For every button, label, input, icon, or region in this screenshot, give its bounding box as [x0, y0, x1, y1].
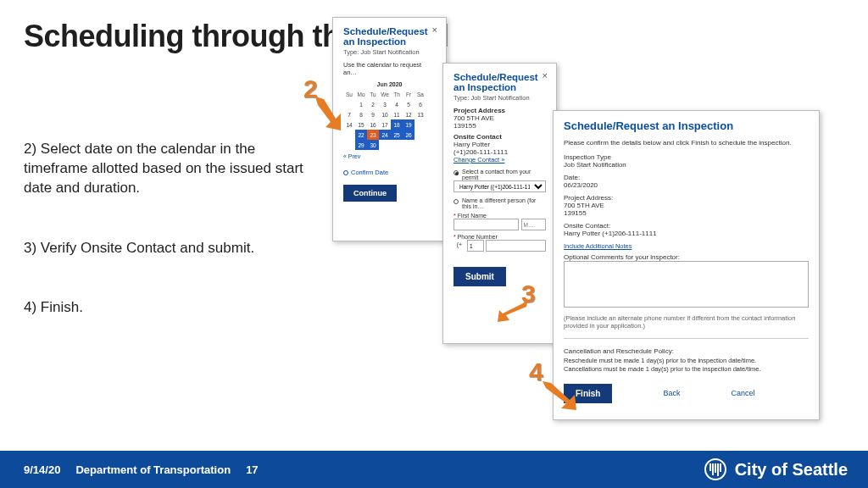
country-code-prefix: (+ — [453, 240, 465, 252]
date-label: Date: — [564, 174, 809, 181]
first-name-input[interactable] — [453, 219, 519, 230]
step-2-text: 2) Select date on the calendar in the ti… — [24, 140, 303, 198]
footer-brand: City of Seattle — [704, 458, 848, 480]
radio-icon — [343, 170, 348, 175]
calendar[interactable]: Jun 2020 SuMoTuWeThFrSa 123456 789101112… — [343, 81, 436, 150]
onsite-contact-label: Onsite Contact — [453, 133, 546, 141]
comments-textarea[interactable] — [564, 261, 809, 308]
modal-confirm: Schedule/Request an Inspection Please co… — [553, 110, 820, 420]
date-value: 06/23/2020 — [564, 181, 809, 189]
contact-select[interactable]: Harry Potter ((+1)206-111-1111) — [453, 180, 546, 192]
name-different-option[interactable]: Name a different person (for this in… — [453, 197, 546, 209]
svg-marker-0 — [315, 97, 341, 130]
address-line2: 139155 — [453, 122, 546, 130]
first-name-label: First Name — [453, 213, 546, 219]
country-code-input[interactable] — [467, 240, 484, 252]
footer-page: 17 — [246, 463, 258, 476]
cancel-link[interactable]: Cancel — [731, 389, 754, 397]
policy-cancel: Cancellations must be made 1 day(s) prio… — [564, 365, 809, 374]
seattle-seal-icon — [704, 458, 726, 480]
step-4-text: 4) Finish. — [24, 298, 303, 318]
calendar-instruction: Use the calendar to request an… — [343, 61, 436, 76]
brand-text: City of Seattle — [735, 460, 848, 480]
confirm-date-option[interactable]: Confirm Date — [343, 169, 436, 176]
close-icon[interactable]: × — [432, 25, 437, 35]
policy-title: Cancellation and Reschedule Policy: — [564, 347, 809, 355]
prev-link[interactable]: « Prev — [343, 153, 360, 159]
modal-title: Schedule/Request an Inspection — [564, 119, 809, 132]
onsite-contact-label: Onsite Contact: — [564, 222, 809, 230]
address-line1: 700 5TH AVE — [453, 114, 546, 122]
svg-marker-1 — [498, 298, 528, 322]
inspection-type-label: Inspection Type — [564, 153, 809, 161]
select-contact-option[interactable]: Select a contact from your permit — [453, 169, 546, 180]
footer-date: 9/14/20 — [24, 463, 60, 476]
close-icon[interactable]: × — [542, 70, 548, 80]
project-address-label: Project Address: — [564, 194, 809, 202]
project-address-2: 139155 — [564, 209, 809, 217]
mi-input[interactable] — [521, 219, 547, 230]
modal-type: Type: Job Start Notification — [343, 48, 436, 56]
modal-calendar: × Schedule/Request an Inspection Type: J… — [332, 17, 447, 241]
calendar-grid[interactable]: SuMoTuWeThFrSa 123456 78910111213 141516… — [343, 89, 426, 150]
change-contact-link[interactable]: Change Contact » — [453, 156, 504, 164]
step-3-text: 3) Verify Onsite Contact and submit. — [24, 239, 303, 258]
name-different-label: Name a different person (for this in… — [462, 197, 546, 209]
project-address-1: 700 5TH AVE — [564, 202, 809, 209]
svg-marker-2 — [542, 381, 576, 410]
radio-icon — [453, 170, 459, 175]
phone-input[interactable] — [486, 240, 546, 252]
submit-button[interactable]: Submit — [453, 267, 506, 286]
address-label: Project Address — [453, 107, 546, 114]
modal-type: Type: Job Start Notification — [453, 94, 546, 102]
comments-label: Optional Comments for your inspector: — [564, 253, 809, 261]
confirm-instruction: Please confirm the details below and cli… — [564, 139, 809, 147]
footer: 9/14/20 Department of Transportation 17 … — [0, 451, 868, 488]
radio-icon — [453, 199, 459, 204]
calendar-month: Jun 2020 — [343, 81, 436, 87]
contact-phone: (+1)206-111-1111 — [453, 148, 546, 156]
confirm-date-label: Confirm Date — [351, 169, 388, 176]
onsite-contact-value: Harry Potter (+1)206-111-1111 — [564, 230, 809, 237]
step-4-callout: 4 — [529, 358, 543, 386]
modal-title: Schedule/Request an Inspection — [343, 26, 436, 47]
include-notes-link[interactable]: Include Additional Notes — [564, 242, 632, 250]
continue-button[interactable]: Continue — [343, 185, 397, 202]
modal-title: Schedule/Request an Inspection — [453, 72, 546, 92]
phone-label: Phone Number — [453, 234, 546, 240]
footer-department: Department of Transportation — [75, 463, 231, 476]
select-contact-label: Select a contact from your permit — [462, 169, 546, 180]
phone-note: (Please include an alternate phone numbe… — [564, 314, 809, 330]
divider — [564, 338, 809, 339]
contact-name: Harry Potter — [453, 141, 546, 148]
policy-reschedule: Reschedule must be made 1 day(s) prior t… — [564, 357, 809, 365]
back-link[interactable]: Back — [663, 389, 680, 397]
inspection-type-value: Job Start Notification — [564, 161, 809, 169]
